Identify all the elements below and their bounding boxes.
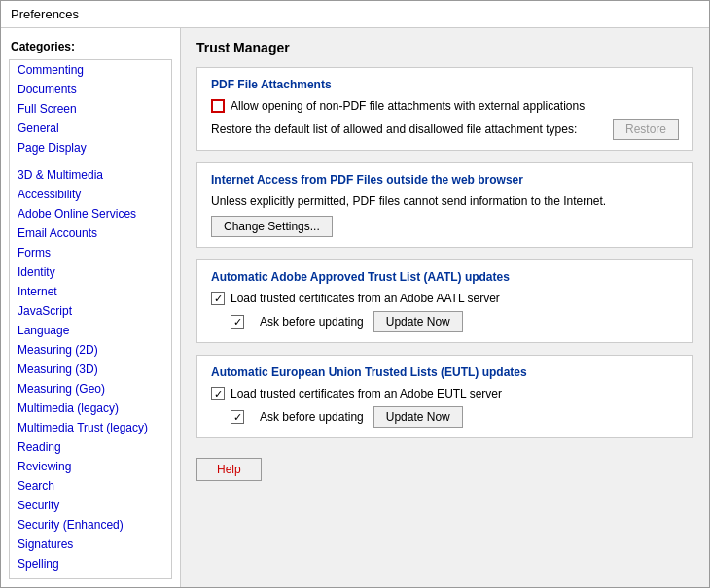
sidebar-item-full-screen[interactable]: Full Screen — [10, 99, 171, 119]
sidebar-item-measuring-3d[interactable]: Measuring (3D) — [10, 360, 171, 379]
eutl-ask-checkbox[interactable] — [231, 410, 244, 424]
categories-label: Categories: — [1, 36, 180, 59]
sidebar: Categories: CommentingDocumentsFull Scre… — [1, 28, 181, 587]
aatl-ask-row: Ask before updating Update Now — [231, 311, 679, 332]
sidebar-item-multimedia-legacy[interactable]: Multimedia (legacy) — [10, 398, 171, 418]
restore-text: Restore the default list of allowed and … — [211, 122, 603, 136]
restore-row: Restore the default list of allowed and … — [211, 119, 679, 140]
panel-title: Trust Manager — [196, 40, 693, 55]
sidebar-item-measuring-geo[interactable]: Measuring (Geo) — [10, 379, 171, 398]
sidebar-item-spelling[interactable]: Spelling — [10, 554, 171, 573]
sidebar-item-reviewing[interactable]: Reviewing — [10, 457, 171, 476]
categories-list: CommentingDocumentsFull ScreenGeneralPag… — [9, 59, 172, 579]
sidebar-item-page-display[interactable]: Page Display — [10, 138, 171, 157]
allow-attachments-row: Allow opening of non-PDF file attachment… — [211, 99, 679, 113]
preferences-window: Preferences Categories: CommentingDocume… — [0, 0, 710, 588]
eutl-section: Automatic European Union Trusted Lists (… — [196, 355, 693, 438]
internet-access-info: Unless explicitly permitted, PDF files c… — [211, 194, 679, 208]
sidebar-item-general[interactable]: General — [10, 119, 171, 138]
allow-attachments-checkbox[interactable] — [211, 99, 225, 113]
eutl-load-row: Load trusted certificates from an Adobe … — [211, 387, 679, 400]
aatl-update-button[interactable]: Update Now — [373, 311, 463, 332]
eutl-ask-label: Ask before updating — [260, 410, 364, 424]
window-title: Preferences — [11, 7, 79, 21]
allow-attachments-label: Allow opening of non-PDF file attachment… — [231, 99, 585, 113]
sidebar-item-documents[interactable]: Documents — [10, 80, 171, 99]
sidebar-item-javascript[interactable]: JavaScript — [10, 301, 171, 321]
sidebar-item-forms[interactable]: Forms — [10, 243, 171, 262]
help-button[interactable]: Help — [196, 458, 262, 481]
aatl-load-row: Load trusted certificates from an Adobe … — [211, 292, 679, 305]
sidebar-item-security[interactable]: Security — [10, 496, 171, 515]
internet-access-section: Internet Access from PDF Files outside t… — [196, 162, 693, 248]
aatl-ask-checkbox[interactable] — [231, 315, 244, 329]
eutl-title: Automatic European Union Trusted Lists (… — [211, 365, 679, 379]
pdf-attachments-section: PDF File Attachments Allow opening of no… — [196, 67, 693, 151]
pdf-attachments-title: PDF File Attachments — [211, 78, 679, 91]
aatl-ask-label: Ask before updating — [260, 315, 364, 329]
sidebar-item-signatures[interactable]: Signatures — [10, 535, 171, 554]
sidebar-item-commenting[interactable]: Commenting — [10, 60, 171, 80]
aatl-title: Automatic Adobe Approved Trust List (AAT… — [211, 270, 679, 284]
help-row: Help — [196, 450, 693, 489]
sidebar-item-identity[interactable]: Identity — [10, 262, 171, 282]
internet-access-title: Internet Access from PDF Files outside t… — [211, 173, 679, 187]
sidebar-item-multimedia-trust[interactable]: Multimedia Trust (legacy) — [10, 418, 171, 437]
sidebar-item-3d-multimedia[interactable]: 3D & Multimedia — [10, 165, 171, 185]
aatl-section: Automatic Adobe Approved Trust List (AAT… — [196, 259, 693, 343]
eutl-load-checkbox[interactable] — [211, 387, 225, 400]
sidebar-item-search[interactable]: Search — [10, 476, 171, 496]
eutl-load-label: Load trusted certificates from an Adobe … — [231, 387, 502, 400]
sidebar-item-reading[interactable]: Reading — [10, 437, 171, 457]
sidebar-item-security-enhanced[interactable]: Security (Enhanced) — [10, 515, 171, 535]
sidebar-item-internet[interactable]: Internet — [10, 282, 171, 301]
aatl-load-checkbox[interactable] — [211, 292, 225, 305]
sidebar-item-language[interactable]: Language — [10, 321, 171, 340]
sidebar-item-tracker[interactable]: Tracker — [10, 573, 171, 579]
sidebar-item-adobe-online[interactable]: Adobe Online Services — [10, 204, 171, 224]
eutl-update-button[interactable]: Update Now — [373, 406, 463, 428]
restore-button[interactable]: Restore — [613, 119, 679, 140]
aatl-load-label: Load trusted certificates from an Adobe … — [231, 292, 500, 305]
eutl-ask-row: Ask before updating Update Now — [231, 406, 679, 428]
main-panel: Trust Manager PDF File Attachments Allow… — [181, 28, 709, 587]
change-settings-button[interactable]: Change Settings... — [211, 216, 333, 237]
sidebar-item-measuring-2d[interactable]: Measuring (2D) — [10, 340, 171, 360]
sidebar-item-accessibility[interactable]: Accessibility — [10, 185, 171, 204]
title-bar: Preferences — [1, 1, 709, 28]
sidebar-item-email-accounts[interactable]: Email Accounts — [10, 224, 171, 243]
